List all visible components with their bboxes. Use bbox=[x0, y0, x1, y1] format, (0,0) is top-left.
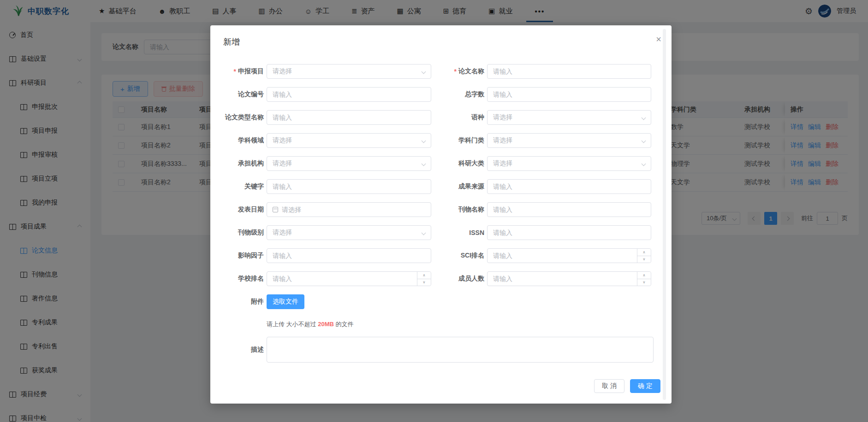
number-field-19[interactable]: ∧∨ bbox=[487, 271, 651, 286]
date-field-12[interactable] bbox=[267, 202, 431, 217]
modal-scrollbar[interactable] bbox=[663, 29, 666, 400]
field-label-text: 承担机构 bbox=[238, 159, 264, 168]
select-field-0[interactable]: 请选择 bbox=[267, 64, 431, 79]
field-input[interactable] bbox=[273, 180, 425, 193]
select-placeholder: 请选择 bbox=[273, 136, 292, 145]
field-label-17: SCI排名 bbox=[434, 248, 484, 263]
hint-suffix: 的文件 bbox=[334, 321, 354, 328]
select-placeholder: 请选择 bbox=[493, 113, 512, 122]
field-input[interactable] bbox=[273, 111, 425, 124]
field-input[interactable] bbox=[273, 88, 425, 101]
field-label-text: 学校排名 bbox=[238, 275, 264, 283]
field-label-13: 刊物名称 bbox=[434, 202, 484, 217]
calendar-icon bbox=[273, 207, 278, 212]
hint-prefix: 请上传 大小不超过 bbox=[267, 321, 318, 328]
field-label-5: 语种 bbox=[434, 110, 484, 125]
field-label-6: 学科领域 bbox=[210, 133, 264, 148]
field-input[interactable] bbox=[493, 272, 645, 286]
dialog-body: *申报项目请选择*论文名称论文编号总字数论文类型名称语种请选择学科领域请选择学科… bbox=[210, 64, 672, 363]
input-field-16[interactable] bbox=[267, 248, 431, 263]
input-field-15[interactable] bbox=[487, 225, 651, 240]
field-label-10: 关键字 bbox=[210, 179, 264, 194]
spinner-up-icon[interactable]: ∧ bbox=[637, 272, 651, 279]
input-field-13[interactable] bbox=[487, 202, 651, 217]
upload-hint: 请上传 大小不超过 20MB 的文件 bbox=[267, 320, 672, 328]
dialog-title: 新增 bbox=[223, 36, 240, 47]
spinner-down-icon[interactable]: ∨ bbox=[637, 256, 651, 263]
input-field-1[interactable] bbox=[487, 64, 651, 79]
field-label-text: ISSN bbox=[469, 229, 484, 236]
spinner-down-icon[interactable]: ∨ bbox=[637, 279, 651, 286]
field-label-15: ISSN bbox=[434, 225, 484, 240]
select-field-9[interactable]: 请选择 bbox=[487, 156, 651, 171]
dialog-footer: 取 消 确 定 bbox=[594, 379, 660, 393]
field-label-7: 学科门类 bbox=[434, 133, 484, 148]
field-label-text: 论文名称 bbox=[458, 67, 484, 76]
add-paper-dialog: 新增 × *申报项目请选择*论文名称论文编号总字数论文类型名称语种请选择学科领域… bbox=[210, 25, 672, 404]
input-field-2[interactable] bbox=[267, 87, 431, 102]
select-field-6[interactable]: 请选择 bbox=[267, 133, 431, 148]
number-spinner: ∧∨ bbox=[637, 249, 651, 263]
select-field-5[interactable]: 请选择 bbox=[487, 110, 651, 125]
field-input[interactable] bbox=[282, 203, 425, 217]
description-textarea[interactable] bbox=[267, 337, 654, 363]
input-field-11[interactable] bbox=[487, 179, 651, 194]
spinner-down-icon[interactable]: ∨ bbox=[417, 279, 431, 286]
field-input[interactable] bbox=[493, 226, 645, 240]
field-input[interactable] bbox=[493, 203, 645, 217]
field-label-text: 总字数 bbox=[465, 90, 484, 99]
field-label-text: 论文类型名称 bbox=[225, 113, 264, 122]
number-field-17[interactable]: ∧∨ bbox=[487, 248, 651, 263]
field-label-18: 学校排名 bbox=[210, 271, 264, 286]
field-label-16: 影响因子 bbox=[210, 248, 264, 263]
spinner-up-icon[interactable]: ∧ bbox=[637, 249, 651, 256]
select-field-7[interactable]: 请选择 bbox=[487, 133, 651, 148]
select-placeholder: 请选择 bbox=[273, 67, 292, 76]
field-label-2: 论文编号 bbox=[210, 87, 264, 102]
select-field-14[interactable]: 请选择 bbox=[267, 225, 431, 240]
field-input[interactable] bbox=[493, 88, 645, 101]
field-input[interactable] bbox=[493, 180, 645, 193]
number-spinner: ∧∨ bbox=[417, 272, 431, 286]
field-label-1: *论文名称 bbox=[434, 64, 484, 79]
field-label-text: 成果来源 bbox=[458, 182, 484, 191]
number-spinner: ∧∨ bbox=[637, 272, 651, 286]
spinner-up-icon[interactable]: ∧ bbox=[417, 272, 431, 279]
chevron-down-icon bbox=[422, 69, 426, 74]
number-field-18[interactable]: ∧∨ bbox=[267, 271, 431, 286]
field-label-text: 关键字 bbox=[244, 182, 264, 191]
field-input[interactable] bbox=[493, 249, 645, 263]
chevron-down-icon bbox=[422, 138, 426, 143]
close-icon[interactable]: × bbox=[656, 35, 661, 44]
field-label-text: 学科领域 bbox=[238, 136, 264, 145]
field-label-9: 科研大类 bbox=[434, 156, 484, 171]
chevron-down-icon bbox=[642, 161, 646, 166]
field-label-11: 成果来源 bbox=[434, 179, 484, 194]
field-label-text: 成员人数 bbox=[458, 275, 484, 283]
select-placeholder: 请选择 bbox=[493, 136, 512, 145]
field-label-text: 语种 bbox=[471, 113, 484, 122]
chevron-down-icon bbox=[642, 138, 646, 143]
field-input[interactable] bbox=[493, 64, 645, 78]
input-field-3[interactable] bbox=[487, 87, 651, 102]
field-input[interactable] bbox=[273, 249, 425, 263]
cancel-button[interactable]: 取 消 bbox=[594, 379, 624, 393]
select-placeholder: 请选择 bbox=[273, 159, 292, 168]
select-field-8[interactable]: 请选择 bbox=[267, 156, 431, 171]
required-asterisk: * bbox=[454, 68, 457, 75]
description-row: 描述 bbox=[210, 337, 672, 363]
confirm-button[interactable]: 确 定 bbox=[630, 379, 660, 393]
field-label-text: 论文编号 bbox=[238, 90, 264, 99]
field-label-text: 学科门类 bbox=[458, 136, 484, 145]
field-label-text: 影响因子 bbox=[238, 252, 264, 260]
input-field-4[interactable] bbox=[267, 110, 431, 125]
field-label-text: SCI排名 bbox=[461, 252, 484, 260]
field-label-4: 论文类型名称 bbox=[210, 110, 264, 125]
field-input[interactable] bbox=[273, 272, 425, 286]
attachment-row: 附件 选取文件 bbox=[210, 294, 672, 309]
input-field-10[interactable] bbox=[267, 179, 431, 194]
field-label-8: 承担机构 bbox=[210, 156, 264, 171]
field-label-text: 申报项目 bbox=[238, 67, 264, 76]
description-label: 描述 bbox=[210, 342, 264, 357]
choose-file-button[interactable]: 选取文件 bbox=[267, 294, 304, 309]
